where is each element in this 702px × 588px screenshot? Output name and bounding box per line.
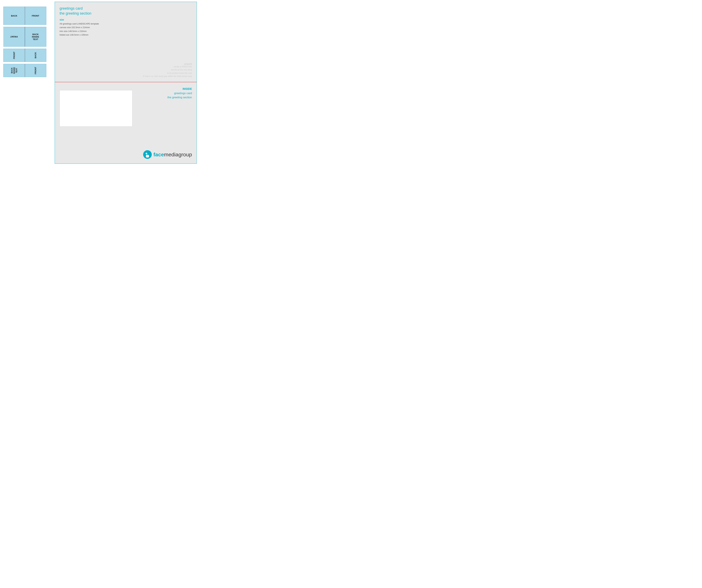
inside-box [60, 90, 132, 127]
right-panel: greetings card the greeting section size… [54, 2, 197, 164]
thumb-row-4: BACK INSIDE TEXT FRONT [3, 64, 46, 77]
face-icon [143, 150, 152, 159]
svg-point-2 [146, 154, 149, 158]
thumb-row-3: FRONT BACK [3, 49, 46, 62]
thumb-back-inside-vert: BACK INSIDE TEXT [3, 64, 25, 77]
size-label: size [60, 18, 192, 21]
artwork-box: artwork ideally a GREETING should be the… [143, 63, 192, 78]
inside-label: INSIDE greetings card the greeting secti… [167, 87, 192, 100]
thumb-front-vert-2: FRONT [25, 64, 46, 77]
thumb-row-1: BACK FRONT [3, 7, 46, 25]
thumb-back-normal: BACK [3, 7, 25, 25]
thumb-row-2: FRONT BACK INSIDE TEXT [3, 27, 46, 47]
thumb-back-vert: BACK [25, 49, 46, 62]
svg-point-0 [143, 150, 152, 159]
bottom-half: INSIDE greetings card the greeting secti… [55, 82, 197, 163]
brand-logo: facemediagroup [143, 150, 192, 159]
page-wrapper: BACK FRONT FRONT BACK INSIDE TEXT [0, 0, 199, 165]
thumb-front-normal: FRONT [25, 7, 46, 25]
brand-footer: facemediagroup [60, 147, 192, 159]
thumb-front-vert: FRONT [3, 49, 25, 62]
top-half: greetings card the greeting section size… [55, 2, 197, 82]
thumb-front-rotated: FRONT [3, 27, 25, 47]
thumb-back-inside-text: BACK INSIDE TEXT [25, 27, 46, 47]
brand-text: facemediagroup [153, 151, 192, 158]
size-details: A6 greetings card LANDSCAPE template can… [60, 22, 192, 36]
card-title: greetings card the greeting section [60, 6, 192, 16]
left-panel: BACK FRONT FRONT BACK INSIDE TEXT [0, 0, 53, 165]
svg-point-1 [146, 153, 147, 154]
